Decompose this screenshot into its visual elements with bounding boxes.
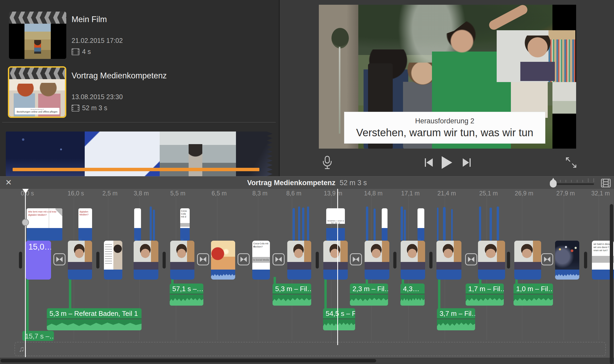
audio-clip[interactable]: 5,3 m – Referat Baden, Teil 1	[47, 308, 142, 330]
timeline-clip-video[interactable]	[134, 241, 158, 280]
transition-icon[interactable]	[53, 253, 66, 265]
music-note-icon: ♫	[19, 345, 25, 353]
audio-waveform	[273, 295, 311, 306]
clip-edge-handle[interactable]	[19, 252, 22, 269]
overlay-clip-bar[interactable]	[374, 209, 376, 241]
audio-clip-label: 5,3 m – Fil…	[273, 284, 311, 294]
overlay-clip-bar[interactable]	[479, 206, 481, 241]
clip-edge-handle[interactable]	[507, 252, 510, 269]
playhead-handle[interactable]	[22, 219, 29, 226]
timeline-clip-selected[interactable]: 15,0…	[26, 241, 51, 280]
clip-edge-handle[interactable]	[393, 252, 396, 269]
overlay-clip-slide1[interactable]: Wie lernt man mit und trotzdigitalen Med…	[27, 208, 62, 241]
timeline-clip-video[interactable]	[514, 241, 541, 280]
overlay-clip-bar[interactable]	[443, 207, 446, 241]
transition-icon[interactable]	[238, 253, 250, 265]
skip-forward-button[interactable]	[462, 158, 471, 167]
timeline-clip-night[interactable]	[555, 241, 579, 280]
timeline-clip-video[interactable]	[365, 241, 389, 280]
background-music-well[interactable]: ♫	[14, 342, 606, 356]
timeline-clip-video[interactable]	[478, 241, 505, 280]
vertical-scrollbar-thumb[interactable]	[610, 204, 613, 364]
timeline-clip-sunset[interactable]	[211, 241, 235, 280]
timeline-body[interactable]: ♫ 0,0 s16,0 s2,5 m3,8 m5,5 m6,5 m8,3 m8,…	[0, 189, 614, 364]
project-title: Vortrag Medienkompetenz	[72, 71, 167, 80]
overlay-clip-bar[interactable]	[150, 206, 152, 241]
clip-edge-handle[interactable]	[429, 252, 432, 269]
timeline-clip-video[interactable]	[436, 241, 461, 280]
overlay-clip-bar[interactable]	[490, 208, 492, 241]
overlay-clip-bar[interactable]	[293, 208, 295, 241]
filmstrip-view-icon[interactable]	[601, 179, 611, 189]
audio-clip[interactable]: 1,7 m – Fil…	[466, 284, 504, 306]
ruler-time-label: 21,4 m	[437, 190, 456, 197]
overlay-clip-slide2[interactable]: Coca-Cola mit d	[180, 208, 190, 241]
playhead[interactable]	[337, 189, 338, 345]
audio-clip[interactable]: 5,3 m – Fil…	[273, 284, 311, 306]
overlay-thumbnail	[134, 208, 141, 228]
audio-waveform	[323, 319, 355, 330]
clip-thumbnail	[134, 241, 158, 270]
transition-icon[interactable]	[465, 253, 477, 265]
transition-icon[interactable]	[197, 253, 209, 265]
overlay-clip-slide1s[interactable]: digitalen Medien?	[78, 208, 92, 241]
clip-edge-handle[interactable]	[316, 252, 319, 269]
timeline-clip-video[interactable]	[68, 241, 92, 280]
skip-back-button[interactable]	[424, 158, 433, 167]
transition-icon[interactable]	[350, 253, 362, 265]
clip-thumbnail: Coca-Cola mit dwecken?la Social Media G	[252, 241, 270, 270]
audio-clip[interactable]: 4,3…	[400, 284, 425, 306]
zoom-slider-handle[interactable]	[550, 180, 557, 188]
audio-clip[interactable]: 2,3 m – Fil…	[350, 284, 388, 306]
timeline-clip-slidewoman[interactable]	[104, 241, 122, 280]
timeline-duration: 52 m 3 s	[340, 179, 367, 187]
overlay-clip-bar[interactable]	[366, 206, 368, 241]
audio-clip[interactable]: 57,1 s –…	[170, 284, 203, 306]
horizontal-scrollbar-thumb[interactable]	[1, 359, 376, 362]
clip-thumbnail	[436, 241, 461, 270]
audio-clip[interactable]: 3,7 m – Fil…	[437, 308, 475, 330]
timeline-clip-video[interactable]	[401, 241, 425, 280]
transition-icon[interactable]	[541, 253, 553, 265]
overlay-clip-bar[interactable]	[497, 206, 499, 241]
clip-edge-handle[interactable]	[163, 252, 166, 269]
timeline-panel: ✕ Vortrag Medienkompetenz 52 m 3 s	[0, 176, 614, 364]
overlay-thumbnail: Wie lernt man mit und trotzdigitalen Med…	[27, 208, 62, 228]
overlay-clip-bar[interactable]	[153, 210, 155, 241]
audio-clip[interactable]: 54,5 s – Fi…	[323, 308, 355, 330]
thumbnail-photo	[24, 24, 51, 59]
play-button[interactable]	[441, 156, 453, 169]
timeline-clip-video[interactable]	[170, 241, 194, 280]
project-item-vortrag-medienkompetenz[interactable]: Herausforderung 3 Beziehungen online und…	[0, 66, 279, 119]
overlay-clip-bar[interactable]	[401, 206, 403, 241]
project-thumbnail-selected[interactable]: Herausforderung 3 Beziehungen online und…	[8, 66, 66, 118]
timeline-clip-video[interactable]	[323, 241, 348, 280]
overlay-clip-bar[interactable]	[298, 206, 300, 241]
audio-waveform	[514, 295, 553, 306]
project-thumbnail[interactable]	[9, 12, 66, 59]
timeline-clip-slidecola[interactable]: Coca-Cola mit dwecken?la Social Media G	[252, 241, 270, 280]
timeline-clip-video[interactable]	[287, 241, 311, 280]
transition-icon[interactable]	[273, 253, 285, 265]
zoom-slider-track[interactable]	[552, 183, 594, 185]
clip-thumbnail	[514, 241, 541, 270]
overlay-clip-bar[interactable]	[451, 209, 453, 241]
overlay-clip-bar[interactable]	[307, 206, 309, 241]
overlay-clip-bw[interactable]	[134, 208, 141, 241]
clip-edge-handle[interactable]	[96, 252, 99, 269]
overlay-clip-car[interactable]	[382, 208, 387, 241]
overlay-clip-selfie[interactable]: Verstehen, warum w tun, was w	[326, 208, 345, 241]
playhead[interactable]	[25, 189, 26, 357]
audio-clip[interactable]: 15,7 s –…	[22, 331, 54, 341]
playhead-marker[interactable]	[22, 189, 29, 194]
overlay-clip-bar[interactable]	[302, 208, 304, 241]
overlay-clip-bar[interactable]	[437, 208, 439, 241]
overlay-clip-bar[interactable]	[404, 210, 406, 241]
fullscreen-button[interactable]	[565, 157, 577, 168]
clip-edge-handle[interactable]	[584, 252, 587, 269]
record-voiceover-button[interactable]	[321, 156, 333, 169]
picture-in-picture-webcam[interactable]	[497, 30, 575, 82]
overlay-clip-crest[interactable]	[417, 208, 424, 241]
audio-clip[interactable]: 1,0 m – Fil…	[514, 284, 553, 306]
project-item-mein-film[interactable]: Mein Film 21.02.2015 17:02 4 s	[0, 12, 279, 62]
